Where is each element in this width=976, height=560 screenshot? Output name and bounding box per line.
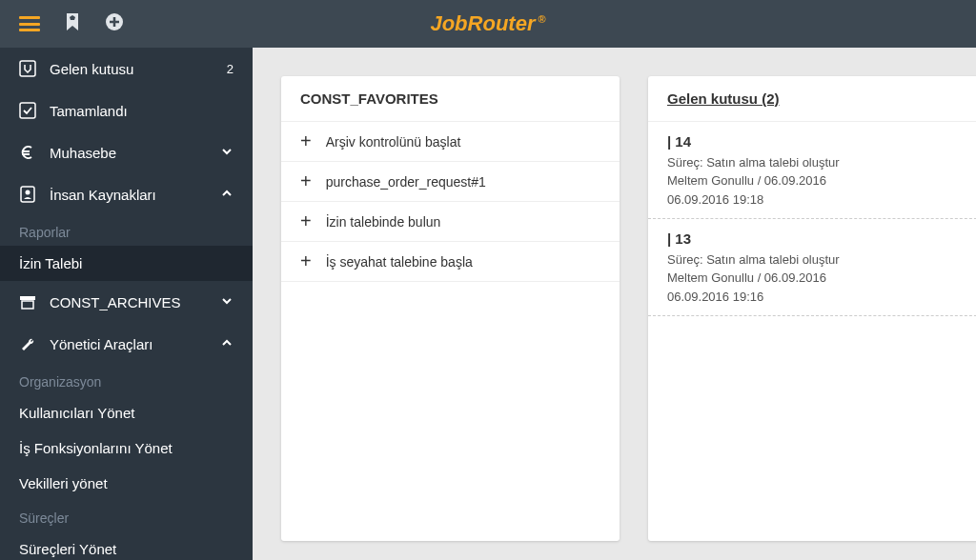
sidebar-subitem-manage-job-functions[interactable]: İş Fonksiyonlarını Yönet [0, 430, 253, 466]
sidebar-item-hr[interactable]: İnsan Kaynakları [0, 173, 253, 215]
plus-icon: + [300, 170, 312, 192]
hamburger-menu-icon[interactable] [19, 16, 40, 31]
plus-icon: + [300, 210, 312, 232]
topbar-left [0, 12, 124, 35]
wrench-icon [19, 335, 42, 352]
inbox-item-process: Süreç: Satın alma talebi oluştur [667, 250, 967, 270]
favorite-item[interactable]: + İş seyahat talebine başla [281, 242, 620, 282]
inbox-panel: Gelen kutusu (2) | 14 Süreç: Satın alma … [648, 76, 976, 541]
sidebar-item-archives[interactable]: CONST_ARCHIVES [0, 281, 253, 323]
inbox-panel-title[interactable]: Gelen kutusu (2) [648, 76, 976, 122]
sidebar-subitem-manage-substitutes[interactable]: Vekilleri yönet [0, 466, 253, 501]
person-icon [19, 186, 42, 203]
favorite-label: İzin talebinde bulun [326, 214, 441, 230]
sidebar-item-label: CONST_ARCHIVES [50, 294, 220, 310]
euro-icon [19, 144, 42, 161]
favorite-item[interactable]: + purchase_order_request#1 [281, 162, 620, 202]
bookmark-icon[interactable] [64, 12, 81, 35]
sidebar-item-accounting[interactable]: Muhasebe [0, 131, 253, 173]
inbox-item-time: 06.09.2016 19:18 [667, 190, 967, 210]
sidebar-item-admin-tools[interactable]: Yönetici Araçları [0, 323, 253, 365]
sidebar: Gelen kutusu 2 Tamamlandı Muhasebe İnsan… [0, 48, 253, 560]
sidebar-item-label: Muhasebe [50, 145, 220, 161]
sidebar-item-completed[interactable]: Tamamlandı [0, 90, 253, 131]
app-logo: JobRouter® [430, 11, 545, 36]
checkbox-icon [19, 102, 42, 119]
favorites-panel: CONST_FAVORITES + Arşiv kontrolünü başla… [281, 76, 620, 541]
svg-rect-3 [20, 103, 35, 118]
svg-rect-6 [20, 296, 35, 300]
inbox-item-number: | 13 [667, 229, 967, 250]
favorite-label: Arşiv kontrolünü başlat [326, 134, 461, 150]
inbox-item-process: Süreç: Satın alma talebi oluştur [667, 153, 967, 172]
logo-reg: ® [538, 13, 545, 25]
chevron-up-icon [220, 336, 234, 352]
favorites-panel-title: CONST_FAVORITES [281, 76, 620, 122]
sidebar-item-label: Yönetici Araçları [50, 336, 220, 352]
favorite-label: purchase_order_request#1 [326, 174, 486, 190]
sidebar-subitem-manage-users[interactable]: Kullanıcıları Yönet [0, 395, 253, 430]
svg-rect-2 [20, 61, 35, 76]
logo-text: JobRouter [430, 11, 535, 35]
inbox-item-meta: Meltem Gonullu / 06.09.2016 [667, 269, 967, 288]
inbox-badge: 2 [227, 62, 234, 76]
sidebar-item-label: Gelen kutusu [50, 61, 227, 77]
svg-point-5 [26, 190, 30, 195]
sidebar-item-label: Tamamlandı [50, 103, 234, 119]
favorite-label: İş seyahat talebine başla [326, 254, 473, 270]
inbox-item-time: 06.09.2016 19:16 [667, 288, 967, 307]
favorites-list: + Arşiv kontrolünü başlat + purchase_ord… [281, 122, 620, 282]
plus-circle-icon[interactable] [105, 12, 124, 35]
sidebar-item-label: İnsan Kaynakları [50, 187, 220, 203]
inbox-item-number: | 14 [667, 131, 967, 153]
inbox-item[interactable]: | 14 Süreç: Satın alma talebi oluştur Me… [648, 122, 976, 219]
favorite-item[interactable]: + İzin talebinde bulun [281, 202, 620, 242]
chevron-up-icon [220, 187, 234, 203]
section-header-processes: Süreçler [0, 501, 253, 531]
inbox-item[interactable]: | 13 Süreç: Satın alma talebi oluştur Me… [648, 219, 976, 316]
section-header-reports: Raporlar [0, 215, 253, 246]
sidebar-item-inbox[interactable]: Gelen kutusu 2 [0, 48, 253, 90]
sidebar-subitem-leave-request[interactable]: İzin Talebi [0, 246, 253, 281]
chevron-down-icon [220, 145, 234, 161]
section-header-org: Organizasyon [0, 365, 253, 395]
sidebar-subitem-manage-processes[interactable]: Süreçleri Yönet [0, 531, 253, 560]
topbar: JobRouter® [0, 0, 976, 48]
content-area: CONST_FAVORITES + Arşiv kontrolünü başla… [253, 48, 976, 560]
svg-rect-7 [22, 301, 33, 309]
favorite-item[interactable]: + Arşiv kontrolünü başlat [281, 122, 620, 162]
plus-icon: + [300, 130, 312, 152]
plus-icon: + [300, 250, 312, 272]
archive-icon [19, 293, 42, 310]
inbox-icon [19, 60, 42, 77]
chevron-down-icon [220, 294, 234, 310]
inbox-item-meta: Meltem Gonullu / 06.09.2016 [667, 171, 967, 190]
